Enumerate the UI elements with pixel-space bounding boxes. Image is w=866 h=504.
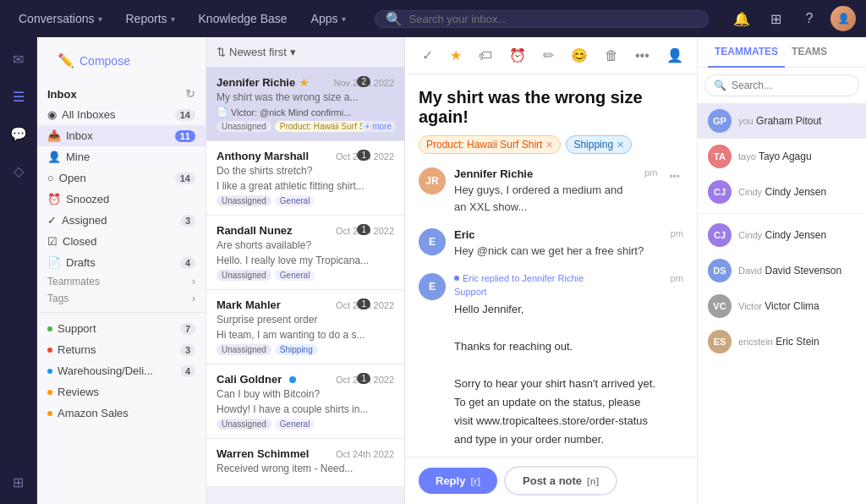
tag-icon[interactable]: 🏷 (475, 45, 496, 67)
chevron-right-icon: › (192, 276, 195, 288)
conv-item[interactable]: Jennifer Richie ★ Nov 26th 2022 My shirt… (206, 68, 404, 141)
doc-icon: 📄 (216, 107, 228, 118)
teammate-item[interactable]: DS David David Stevenson (698, 253, 866, 288)
returns-count: 3 (180, 344, 195, 356)
user-icon[interactable]: 👤 (663, 44, 687, 67)
nav-conversations[interactable]: Conversations ▾ (10, 7, 111, 30)
inbox-title: Inbox (47, 88, 77, 101)
tag-remove-icon[interactable]: ✕ (545, 140, 553, 151)
sidebar-bottom-icon[interactable]: ⊞ (3, 467, 34, 497)
teammates-search-input[interactable] (732, 79, 850, 91)
teammate-avatar: DS (708, 259, 732, 282)
conv-sender-name: Randall Nunez (216, 224, 293, 237)
notifications-icon[interactable]: 🔔 (729, 6, 754, 31)
support-item[interactable]: Support 7 (37, 318, 206, 339)
teammate-name: you Graham Pitout (738, 115, 821, 127)
refresh-icon[interactable]: ↻ (185, 87, 195, 101)
warehousing-item[interactable]: Warehousing/Deli... 4 (37, 360, 206, 381)
reply-button[interactable]: Reply [r] (419, 468, 497, 494)
teammates-category[interactable]: Teammates › (37, 273, 206, 290)
star-icon[interactable]: ★ (447, 44, 465, 67)
all-inboxes-item[interactable]: ◉ All Inboxes 14 (37, 104, 206, 125)
tab-teammates[interactable]: TEAMMATES (708, 37, 785, 68)
teammate-item[interactable]: ES ericstein Eric Stein (698, 324, 866, 359)
open-count: 14 (175, 173, 195, 184)
conv-item[interactable]: Anthony Marshall Oct 24th 2022 Do the sh… (206, 141, 404, 216)
sort-button[interactable]: ⇅ Newest first ▾ (216, 46, 296, 58)
msg-more-icon[interactable]: ••• (666, 167, 683, 215)
compose-label: Compose (79, 54, 130, 68)
msg-sender: Eric (454, 228, 475, 241)
search-input[interactable] (409, 13, 698, 25)
teammate-item[interactable]: VC Victor Victor Clima (698, 288, 866, 324)
conv-title: My shirt was the wrong size again! (419, 88, 683, 127)
open-item[interactable]: ○ Open 14 (37, 167, 206, 189)
returns-item[interactable]: Returns 3 (37, 339, 206, 360)
tab-teams[interactable]: TEAMS (785, 37, 834, 68)
reviews-item[interactable]: Reviews (37, 381, 206, 403)
chevron-right-icon: › (192, 293, 195, 304)
edit-icon[interactable]: ✏ (540, 44, 557, 67)
conv-sender-name: Cali Goldner (216, 373, 296, 386)
compose-icon: ✏️ (58, 52, 74, 68)
teammates-search[interactable]: 🔍 (704, 74, 859, 96)
snoozed-item[interactable]: ⏰ Snoozed (37, 189, 206, 210)
checkmark-icon[interactable]: ✓ (419, 44, 436, 67)
amazon-item[interactable]: Amazon Sales (37, 403, 206, 424)
grid-icon[interactable]: ⊞ (763, 6, 788, 31)
nav-conversations-label: Conversations (19, 12, 95, 25)
teammate-item[interactable]: CJ Cindy Cindy Jensen (698, 217, 866, 253)
teammate-avatar: CJ (708, 180, 732, 204)
nav-apps[interactable]: Apps ▾ (303, 7, 354, 30)
search-icon: 🔍 (714, 79, 726, 91)
conv-preview: Are shorts available? (216, 239, 394, 251)
msg-time: pm (671, 228, 683, 260)
teammate-item[interactable]: TA tayo Tayo Agagu (698, 139, 866, 174)
drafts-icon: 📄 (47, 256, 61, 269)
conv-preview: Surprise present order (216, 314, 394, 326)
nav-knowledge-base[interactable]: Knowledge Base (190, 7, 296, 30)
trash-icon[interactable]: 🗑 (601, 45, 622, 67)
nav-knowledge-base-label: Knowledge Base (199, 12, 288, 25)
help-icon[interactable]: ? (797, 6, 822, 31)
teammate-avatar: CJ (708, 223, 732, 247)
more-icon[interactable]: ••• (632, 45, 653, 67)
message-body: Eric replied to Jennifer Richie Support … (454, 273, 662, 457)
user-avatar[interactable]: 👤 (830, 6, 856, 31)
conv-item[interactable]: Warren Schimmel Oct 24th 2022 Received w… (206, 439, 404, 487)
clock-icon[interactable]: ⏰ (506, 44, 529, 67)
drafts-label: Drafts (66, 256, 96, 269)
message-body: Jennifer Richie Hey guys, I ordered a me… (454, 167, 636, 215)
assigned-label: Assigned (62, 214, 107, 227)
tags-category[interactable]: Tags › (37, 290, 206, 307)
conv-more[interactable]: + more (361, 121, 396, 132)
sidebar-tag-icon[interactable]: ◇ (3, 156, 34, 186)
teammate-item[interactable]: GP you Graham Pitout (698, 103, 866, 139)
inbox-item[interactable]: 📥 Inbox 11 (37, 125, 206, 146)
inbox-section-header: Inbox ↻ (37, 84, 206, 104)
assigned-icon: ✓ (47, 214, 57, 227)
nav-reports[interactable]: Reports ▾ (118, 7, 184, 30)
conv-preview: Received wrong item - Need... (216, 463, 394, 474)
sidebar-email-icon[interactable]: ✉ (3, 44, 34, 74)
conv-item[interactable]: Mark Mahler Oct 24th 2022 Surprise prese… (206, 290, 404, 364)
note-button[interactable]: Post a note [n] (504, 466, 617, 496)
conv-tags-row: Product: Hawaii Surf Shirt ✕ Shipping ✕ (419, 135, 683, 154)
amazon-label: Amazon Sales (58, 407, 129, 419)
compose-button[interactable]: ✏️ Compose (47, 47, 195, 74)
teammate-name: ericstein Eric Stein (738, 336, 819, 348)
sidebar-inbox-icon[interactable]: ☰ (3, 81, 34, 112)
closed-item[interactable]: ☑ Closed (37, 231, 206, 252)
drafts-item[interactable]: 📄 Drafts 4 (37, 252, 206, 273)
mine-item[interactable]: 👤 Mine (37, 146, 206, 167)
tag-remove-icon[interactable]: ✕ (617, 140, 624, 151)
emoji-icon[interactable]: 😊 (567, 44, 591, 67)
conv-item[interactable]: Randall Nunez Oct 24th 2022 Are shorts a… (206, 216, 404, 290)
conv-item[interactable]: Cali Goldner Oct 24th 2022 Can I buy wit… (206, 364, 404, 439)
inbox-divider (37, 312, 206, 313)
sidebar-chat-icon[interactable]: 💬 (3, 118, 34, 149)
assigned-item[interactable]: ✓ Assigned 3 (37, 210, 206, 231)
teammate-item[interactable]: CJ Cindy Cindy Jensen (698, 174, 866, 210)
conv-date: Oct 24th 2022 (336, 449, 394, 459)
search-bar[interactable]: 🔍 (375, 10, 709, 28)
